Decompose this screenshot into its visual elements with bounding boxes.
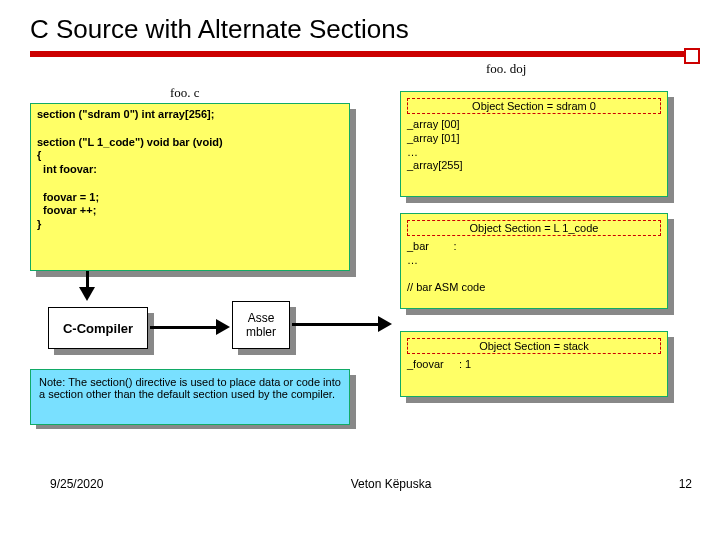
c-compiler-box: C-Compiler [48, 307, 148, 349]
code-line: section ("L 1_code") void bar (void) [37, 136, 223, 148]
obj-line: _array [00] [407, 118, 460, 130]
obj-line: _bar : [407, 240, 457, 252]
arrow-down-icon [79, 287, 95, 301]
footer-date: 9/25/2020 [50, 477, 103, 491]
source-code-box: section ("sdram 0") int array[256]; sect… [30, 103, 350, 271]
obj-line: _foovar : 1 [407, 358, 471, 370]
arrow-right-icon [216, 319, 230, 335]
footer-page: 12 [679, 477, 692, 491]
obj-line: _array[255] [407, 159, 463, 171]
obj-line: … [407, 254, 418, 266]
code-line: foovar = 1; [37, 191, 99, 203]
code-line: int foovar: [37, 163, 97, 175]
footer-author: Veton Këpuska [351, 477, 432, 491]
obj-section-sdram0: Object Section = sdram 0 _array [00] _ar… [400, 91, 668, 197]
code-line: } [37, 218, 41, 230]
assembler-box: Asse mbler [232, 301, 290, 349]
label-src: foo. c [170, 85, 200, 101]
arrow-right-icon [378, 316, 392, 332]
code-line: foovar ++; [37, 204, 96, 216]
obj-section-l1code: Object Section = L 1_code _bar : … // ba… [400, 213, 668, 309]
slide-title: C Source with Alternate Sections [0, 0, 720, 51]
obj-section-title: Object Section = stack [407, 338, 661, 354]
slide-footer: 9/25/2020 Veton Këpuska 12 [0, 477, 720, 491]
obj-line: _array [01] [407, 132, 460, 144]
obj-line: // bar ASM code [407, 281, 485, 293]
note-box: Note: The section() directive is used to… [30, 369, 350, 425]
label-doj: foo. doj [486, 61, 526, 77]
obj-section-title: Object Section = L 1_code [407, 220, 661, 236]
c-compiler-label: C-Compiler [63, 321, 133, 336]
obj-section-title: Object Section = sdram 0 [407, 98, 661, 114]
slide-body: foo. doj foo. c section ("sdram 0") int … [0, 57, 720, 497]
code-line: section ("sdram 0") int array[256]; [37, 108, 214, 120]
assembler-label: Asse mbler [246, 311, 276, 339]
obj-section-stack: Object Section = stack _foovar : 1 [400, 331, 668, 397]
obj-line: … [407, 146, 418, 158]
code-line: { [37, 149, 41, 161]
